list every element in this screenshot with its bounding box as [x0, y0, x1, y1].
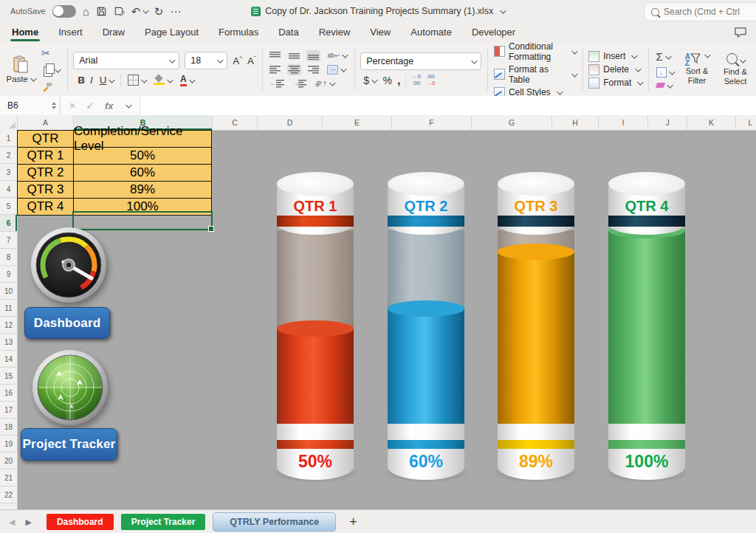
sheet-nav-right-icon[interactable]: ▶ — [25, 517, 31, 527]
ribbon-tab-automate[interactable]: Automate — [410, 22, 452, 43]
cell-value[interactable]: 50% — [74, 148, 211, 164]
ribbon-tab-review[interactable]: Review — [319, 22, 351, 43]
column-header-e[interactable]: E — [323, 115, 392, 130]
cell-value[interactable]: 89% — [74, 182, 211, 198]
document-title[interactable]: Copy of Dr. Jackson Training Projects Su… — [265, 6, 493, 16]
qtr-table[interactable]: QTRCompletion/Service LevelQTR 150%QTR 2… — [17, 130, 212, 216]
increase-decimal-button[interactable]: ←0.00 — [411, 74, 420, 87]
add-sheet-button[interactable]: + — [349, 515, 357, 529]
clear-button[interactable] — [655, 81, 676, 89]
sheet-tab-project-tracker[interactable]: Project Tracker — [121, 514, 206, 530]
insert-function-icon[interactable]: fx — [105, 100, 114, 111]
sheet-tab-dashboard[interactable]: Dashboard — [47, 514, 114, 530]
bold-button[interactable]: B — [78, 75, 85, 86]
column-header-d[interactable]: D — [258, 115, 323, 130]
format-as-table-button[interactable]: Format as Table — [494, 64, 577, 85]
row-header-7[interactable]: 7 — [0, 232, 17, 249]
format-cells-button[interactable]: Format — [588, 78, 642, 89]
row-header-20[interactable]: 20 — [0, 453, 17, 470]
cell-value[interactable]: Completion/Service Level — [74, 131, 211, 147]
name-box-stepper[interactable] — [52, 102, 56, 109]
merge-center-button[interactable]: ↔ — [326, 63, 347, 76]
align-bottom-button[interactable] — [306, 50, 320, 61]
comma-format-button[interactable]: , — [397, 75, 400, 86]
autosave-toggle[interactable] — [52, 5, 76, 18]
undo-icon[interactable]: ↶ — [131, 6, 148, 17]
redo-icon[interactable]: ↻ — [154, 6, 164, 17]
column-header-l[interactable]: L — [736, 115, 756, 130]
cell-qtr[interactable]: QTR 3 — [18, 182, 74, 198]
comments-icon[interactable] — [734, 27, 747, 41]
column-header-j[interactable]: J — [648, 115, 687, 130]
insert-cells-button[interactable]: Insert — [588, 51, 642, 62]
save-as-icon[interactable] — [114, 6, 125, 17]
project-tracker-button[interactable]: Project Tracker — [21, 428, 117, 461]
radar-image[interactable] — [31, 348, 109, 430]
font-size-select[interactable]: 18 — [185, 52, 227, 69]
ribbon-tab-home[interactable]: Home — [12, 22, 38, 43]
borders-button[interactable] — [126, 73, 148, 87]
format-painter-button[interactable] — [40, 80, 61, 94]
save-icon[interactable] — [96, 6, 107, 17]
column-header-k[interactable]: K — [687, 115, 736, 130]
column-header-h[interactable]: H — [552, 115, 599, 130]
formula-input[interactable] — [140, 96, 756, 115]
decrease-indent-button[interactable]: ← — [268, 78, 286, 89]
decrease-font-icon[interactable]: Aˇ — [247, 55, 256, 66]
cell-qtr[interactable]: QTR 1 — [18, 148, 74, 164]
sort-filter-button[interactable]: AZ Sort & Filter — [681, 53, 713, 85]
row-header-16[interactable]: 16 — [0, 385, 17, 402]
ribbon-tab-developer[interactable]: Developer — [472, 22, 515, 43]
select-all-corner[interactable] — [0, 115, 18, 130]
home-icon[interactable]: ⌂ — [83, 6, 89, 17]
row-header-13[interactable]: 13 — [0, 334, 17, 351]
sheet-nav-left-icon[interactable]: ◀ — [9, 517, 15, 527]
ribbon-tab-view[interactable]: View — [370, 22, 391, 43]
align-center-button[interactable] — [287, 64, 301, 75]
align-right-button[interactable] — [306, 64, 320, 75]
column-header-i[interactable]: I — [599, 115, 648, 130]
align-left-button[interactable] — [268, 64, 282, 75]
cylinder-qtr-3[interactable]: 89% QTR 3 — [498, 173, 574, 486]
row-header-11[interactable]: 11 — [0, 300, 17, 317]
ribbon-tab-data[interactable]: Data — [278, 22, 298, 43]
copy-button[interactable] — [40, 63, 61, 78]
row-header-8[interactable]: 8 — [0, 249, 17, 266]
cylinder-qtr-2[interactable]: 60% QTR 2 — [388, 173, 464, 486]
row-header-4[interactable]: 4 — [0, 181, 17, 198]
ribbon-tab-insert[interactable]: Insert — [58, 22, 83, 43]
number-format-select[interactable]: Percentage — [360, 52, 481, 70]
row-header-17[interactable]: 17 — [0, 402, 17, 419]
autosum-button[interactable]: Σ — [655, 49, 676, 63]
column-header-a[interactable]: A — [18, 115, 74, 130]
name-box[interactable]: B6 — [0, 96, 61, 115]
row-header-2[interactable]: 2 — [0, 147, 17, 164]
increase-font-icon[interactable]: A^ — [233, 55, 242, 66]
cell-qtr[interactable]: QTR 2 — [18, 165, 74, 181]
italic-button[interactable]: I — [90, 75, 93, 86]
paste-button[interactable]: Paste — [4, 55, 37, 83]
column-header-f[interactable]: F — [392, 115, 472, 130]
cancel-icon[interactable]: × — [69, 100, 75, 111]
font-name-select[interactable]: Arial — [73, 52, 179, 69]
row-header-10[interactable]: 10 — [0, 283, 17, 300]
row-header-1[interactable]: 1 — [0, 130, 17, 147]
cell-qtr[interactable]: QTR — [18, 131, 74, 147]
cell-value[interactable]: 60% — [74, 165, 211, 181]
row-header-19[interactable]: 19 — [0, 436, 17, 453]
wrap-text-button[interactable]: ab↩ — [326, 50, 348, 61]
ribbon-tab-page-layout[interactable]: Page Layout — [145, 22, 199, 43]
row-header-12[interactable]: 12 — [0, 317, 17, 334]
orientation-button[interactable]: ab↗ — [313, 78, 335, 89]
percent-format-button[interactable]: % — [383, 75, 392, 86]
row-header-9[interactable]: 9 — [0, 266, 17, 283]
search-input[interactable]: Search (Cmd + Ctrl — [644, 2, 756, 21]
fill-down-button[interactable]: ↓ — [655, 66, 676, 79]
row-header-15[interactable]: 15 — [0, 368, 17, 385]
currency-format-button[interactable]: $ — [362, 74, 377, 87]
dashboard-button[interactable]: Dashboard — [24, 307, 110, 339]
row-header-14[interactable]: 14 — [0, 351, 17, 368]
row-header-21[interactable]: 21 — [0, 470, 17, 486]
underline-button[interactable]: U — [98, 74, 115, 87]
align-top-button[interactable] — [268, 50, 282, 61]
